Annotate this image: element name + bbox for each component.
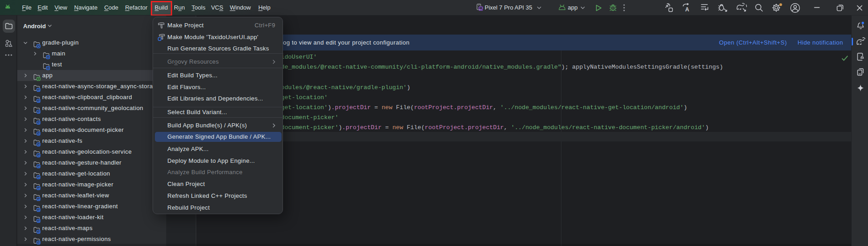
svg-text:A: A <box>685 6 689 13</box>
